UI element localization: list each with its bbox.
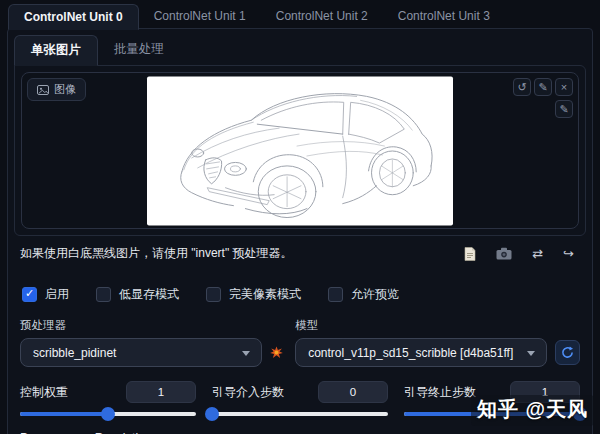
control-weight-slider: 控制权重 1 xyxy=(20,381,196,421)
image-chip-label: 图像 xyxy=(54,82,76,97)
model-group: 模型 control_v11p_sd15_scribble [d4ba51ff] xyxy=(295,318,580,367)
starting-step-slider: 引导介入步数 0 xyxy=(212,381,388,421)
zhihu-watermark: 知乎 @天风 xyxy=(471,395,594,426)
ending-step-label: 引导终止步数 xyxy=(404,384,476,401)
uploaded-image xyxy=(147,76,453,225)
send-dimensions-icon[interactable]: ↪ xyxy=(563,247,574,261)
checkbox-box[interactable] xyxy=(96,287,111,302)
tab-controlnet-unit-3[interactable]: ControlNet Unit 3 xyxy=(383,4,505,29)
refresh-models-button[interactable] xyxy=(555,340,580,365)
run-preprocessor-button[interactable] xyxy=(270,346,283,359)
sketch-pencil-icon[interactable]: ✎ xyxy=(555,100,573,118)
tab-controlnet-unit-2[interactable]: ControlNet Unit 2 xyxy=(261,4,383,29)
pixel-perfect-checkbox[interactable]: 完美像素模式 xyxy=(206,286,301,303)
tab-controlnet-unit-1[interactable]: ControlNet Unit 1 xyxy=(139,4,261,29)
tab-single-image[interactable]: 单张图片 xyxy=(14,35,98,66)
lowvram-label: 低显存模式 xyxy=(119,286,179,303)
undo-icon[interactable]: ↺ xyxy=(513,78,531,96)
mode-tabbar: 单张图片 批量处理 xyxy=(14,35,586,65)
invert-note: 如果使用白底黑线图片，请使用 "invert" 预处理器。 xyxy=(20,245,293,262)
control-weight-track[interactable] xyxy=(20,407,196,421)
allow-preview-label: 允许预览 xyxy=(351,286,399,303)
checkbox-box[interactable] xyxy=(328,287,343,302)
preprocessor-value: scribble_pidinet xyxy=(33,346,116,360)
unit-panel: 单张图片 批量处理 图像 ↺ ✎ × ✎ xyxy=(7,28,593,434)
lowvram-checkbox[interactable]: 低显存模式 xyxy=(96,286,179,303)
image-toolbar: ↺ ✎ × xyxy=(513,78,573,96)
model-select-row: 预处理器 scribble_pidinet 模型 control_v11p_sd… xyxy=(20,318,580,367)
unit-tabbar: ControlNet Unit 0 ControlNet Unit 1 Cont… xyxy=(8,4,592,29)
preprocessor-group: 预处理器 scribble_pidinet xyxy=(20,318,283,367)
close-icon[interactable]: × xyxy=(555,78,573,96)
model-dropdown[interactable]: control_v11p_sd15_scribble [d4ba51ff] xyxy=(295,338,547,367)
chevron-down-icon xyxy=(527,351,535,356)
model-label: 模型 xyxy=(295,318,580,333)
slider-handle[interactable] xyxy=(205,407,219,421)
starting-step-track[interactable] xyxy=(212,407,388,421)
webcam-icon[interactable] xyxy=(496,247,512,260)
single-image-content: 图像 ↺ ✎ × ✎ xyxy=(14,65,586,236)
invert-note-row: 如果使用白底黑线图片，请使用 "invert" 预处理器。 ⇄ ↪ xyxy=(20,245,580,262)
controlnet-panel: ControlNet Unit 0 ControlNet Unit 1 Cont… xyxy=(0,0,600,434)
edit-icon[interactable]: ✎ xyxy=(534,78,552,96)
mirror-webcam-icon[interactable]: ⇄ xyxy=(532,247,543,261)
new-canvas-icon[interactable] xyxy=(464,247,476,261)
allow-preview-checkbox[interactable]: 允许预览 xyxy=(328,286,399,303)
image-icon xyxy=(37,84,49,96)
checkbox-box[interactable] xyxy=(22,287,37,302)
car-sketch xyxy=(147,76,453,225)
image-chip: 图像 xyxy=(27,78,86,101)
slider-handle[interactable] xyxy=(101,407,115,421)
pixel-perfect-label: 完美像素模式 xyxy=(229,286,301,303)
starting-step-input[interactable]: 0 xyxy=(318,381,388,403)
explosion-icon xyxy=(270,346,283,359)
image-dropzone[interactable]: 图像 ↺ ✎ × ✎ xyxy=(21,72,579,229)
starting-step-label: 引导介入步数 xyxy=(212,384,284,401)
tab-controlnet-unit-0[interactable]: ControlNet Unit 0 xyxy=(8,4,139,30)
preprocessor-dropdown[interactable]: scribble_pidinet xyxy=(20,338,262,367)
options-row: 启用 低显存模式 完美像素模式 允许预览 xyxy=(22,286,580,303)
control-weight-input[interactable]: 1 xyxy=(126,381,196,403)
enable-checkbox[interactable]: 启用 xyxy=(22,286,69,303)
model-value: control_v11p_sd15_scribble [d4ba51ff] xyxy=(308,346,513,360)
checkbox-box[interactable] xyxy=(206,287,221,302)
tab-batch[interactable]: 批量处理 xyxy=(98,35,180,65)
canvas-toolbar: ⇄ ↪ xyxy=(464,247,574,261)
control-weight-label: 控制权重 xyxy=(20,384,68,401)
enable-label: 启用 xyxy=(45,286,69,303)
refresh-icon xyxy=(561,346,574,359)
preprocessor-label: 预处理器 xyxy=(20,318,283,333)
chevron-down-icon xyxy=(242,351,250,356)
